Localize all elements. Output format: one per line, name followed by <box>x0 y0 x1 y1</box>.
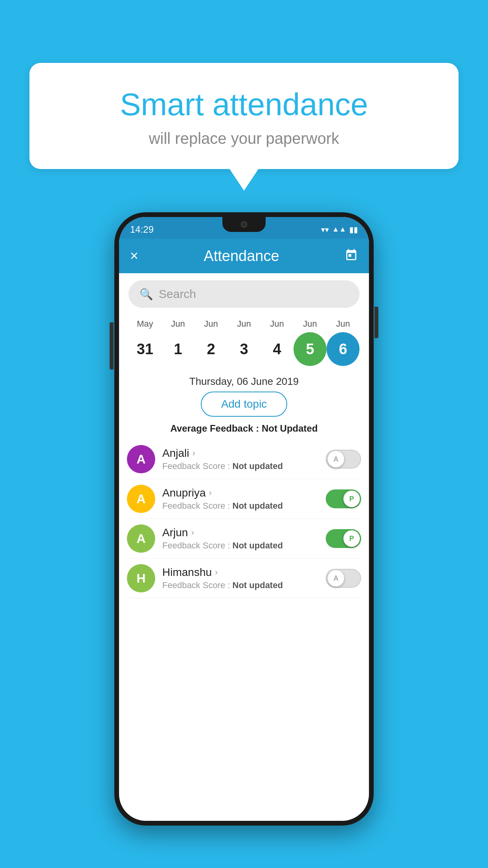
list-item: A Anupriya › Feedback Score : Not update… <box>127 479 361 519</box>
student-list: A Anjali › Feedback Score : Not updated … <box>119 440 369 598</box>
camera <box>241 221 247 228</box>
chevron-right-icon: › <box>192 448 195 458</box>
search-bar[interactable]: 🔍 Search <box>128 280 360 308</box>
header-title: Attendance <box>204 248 279 265</box>
wifi-icon: ▾▾ <box>321 225 329 234</box>
chevron-right-icon: › <box>191 528 194 538</box>
month-4: Jun <box>261 319 294 329</box>
attendance-toggle[interactable]: A <box>326 569 361 588</box>
student-info[interactable]: Anjali › Feedback Score : Not updated <box>162 447 319 471</box>
signal-icon: ▲▲ <box>332 225 346 234</box>
calendar: May Jun Jun Jun Jun Jun Jun 31 1 2 3 4 5… <box>119 315 369 369</box>
chevron-right-icon: › <box>215 567 218 577</box>
list-item: A Anjali › Feedback Score : Not updated … <box>127 440 361 479</box>
speech-bubble-container: Smart attendance will replace your paper… <box>29 63 459 169</box>
feedback-score: Feedback Score : Not updated <box>162 461 319 471</box>
feedback-score: Feedback Score : Not updated <box>162 580 319 590</box>
list-item: H Himanshu › Feedback Score : Not update… <box>127 559 361 598</box>
month-row: May Jun Jun Jun Jun Jun Jun <box>128 319 360 329</box>
toggle-on: P <box>326 529 361 548</box>
app-header: × Attendance <box>119 239 369 273</box>
avatar: A <box>127 485 155 513</box>
date-1[interactable]: 1 <box>161 332 194 366</box>
search-placeholder: Search <box>159 287 196 301</box>
student-name: Arjun › <box>162 526 319 539</box>
toggle-knob: P <box>343 530 360 547</box>
attendance-toggle[interactable]: P <box>326 529 361 548</box>
month-5: Jun <box>294 319 327 329</box>
month-2: Jun <box>194 319 227 329</box>
bubble-subtitle: will replace your paperwork <box>61 130 427 147</box>
date-31[interactable]: 31 <box>128 332 161 366</box>
add-topic-button[interactable]: Add topic <box>201 392 288 417</box>
avatar: A <box>127 524 155 553</box>
avg-feedback: Average Feedback : Not Updated <box>119 423 369 434</box>
student-info[interactable]: Himanshu › Feedback Score : Not updated <box>162 566 319 590</box>
month-3: Jun <box>227 319 261 329</box>
month-0: May <box>128 319 161 329</box>
toggle-knob: P <box>343 491 360 507</box>
avg-feedback-label: Average Feedback : <box>170 423 262 434</box>
month-1: Jun <box>161 319 194 329</box>
bubble-title: Smart attendance <box>61 86 427 123</box>
date-row: 31 1 2 3 4 5 6 <box>128 332 360 366</box>
battery-icon: ▮▮ <box>349 225 358 234</box>
feedback-score: Feedback Score : Not updated <box>162 541 319 551</box>
status-icons: ▾▾ ▲▲ ▮▮ <box>321 225 358 234</box>
attendance-toggle[interactable]: P <box>326 489 361 508</box>
student-name: Himanshu › <box>162 566 319 579</box>
calendar-button[interactable] <box>345 248 358 263</box>
avatar: H <box>127 564 155 592</box>
toggle-on: P <box>326 489 361 508</box>
search-icon: 🔍 <box>139 288 153 301</box>
month-6: Jun <box>327 319 360 329</box>
student-name: Anjali › <box>162 447 319 460</box>
date-3[interactable]: 3 <box>227 332 261 366</box>
student-info[interactable]: Anupriya › Feedback Score : Not updated <box>162 487 319 511</box>
attendance-toggle[interactable]: A <box>326 450 361 469</box>
phone-frame: 14:29 ▾▾ ▲▲ ▮▮ × Attendance 🔍 <box>114 212 374 826</box>
feedback-score: Feedback Score : Not updated <box>162 501 319 511</box>
list-item: A Arjun › Feedback Score : Not updated P <box>127 519 361 559</box>
date-6[interactable]: 6 <box>327 332 360 366</box>
selected-date: Thursday, 06 June 2019 <box>119 369 369 392</box>
speech-bubble: Smart attendance will replace your paper… <box>29 63 459 169</box>
toggle-off: A <box>326 450 361 469</box>
close-button[interactable]: × <box>130 248 138 264</box>
student-info[interactable]: Arjun › Feedback Score : Not updated <box>162 526 319 551</box>
avatar: A <box>127 445 155 473</box>
chevron-right-icon: › <box>209 488 212 498</box>
date-5[interactable]: 5 <box>294 332 327 366</box>
avg-feedback-value: Not Updated <box>262 423 318 434</box>
phone-outer: 14:29 ▾▾ ▲▲ ▮▮ × Attendance 🔍 <box>114 212 374 826</box>
date-2[interactable]: 2 <box>194 332 227 366</box>
phone-screen: 14:29 ▾▾ ▲▲ ▮▮ × Attendance 🔍 <box>119 217 369 821</box>
toggle-knob: A <box>328 570 344 587</box>
date-4[interactable]: 4 <box>261 332 294 366</box>
status-time: 14:29 <box>130 224 154 235</box>
student-name: Anupriya › <box>162 487 319 499</box>
toggle-knob: A <box>328 451 344 467</box>
phone-notch <box>222 217 266 232</box>
toggle-off: A <box>326 569 361 588</box>
